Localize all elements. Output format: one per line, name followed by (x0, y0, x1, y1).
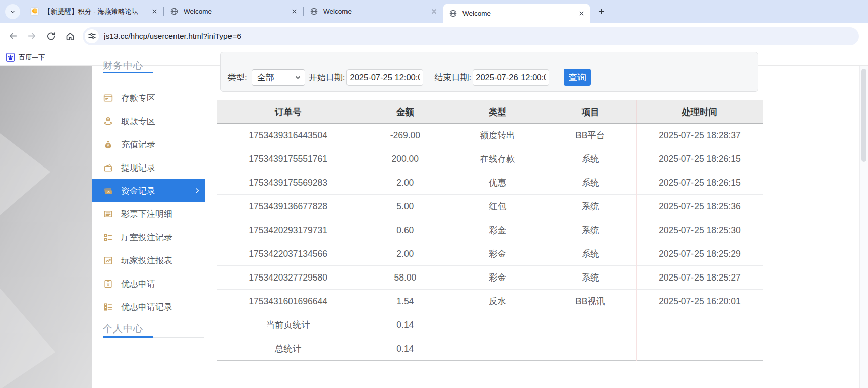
svg-text:¥: ¥ (108, 190, 109, 193)
table-cell: 系统 (544, 266, 636, 290)
sidebar-item-label: 取款专区 (121, 116, 155, 127)
table-cell: 2025-07-25 16:20:01 (636, 290, 763, 313)
sidebar-item-1[interactable]: 取款专区 (92, 109, 205, 133)
close-icon[interactable] (290, 7, 299, 16)
baidu-logo-icon (6, 53, 15, 62)
table-cell: 0.14 (359, 313, 451, 337)
sidebar-item-3[interactable]: 提现记录 (92, 156, 205, 179)
table-header-row: 订单号金额类型项目处理时间 (217, 100, 763, 124)
globe-icon (310, 7, 318, 16)
table-cell: 反水 (451, 290, 544, 313)
caret-down-icon (295, 74, 301, 81)
recharge-bag-icon: ¥ (103, 139, 113, 150)
svg-text:¥: ¥ (106, 282, 109, 287)
url-text: js13.cc/hhcp/usercenter.html?iniType=6 (104, 32, 241, 41)
globe-icon (170, 7, 179, 16)
table-row: 1753439175551761200.00在线存款系统2025-07-25 1… (217, 147, 763, 171)
table-cell: -269.00 (359, 124, 451, 147)
sidebar-item-0[interactable]: 存款专区 (92, 86, 205, 109)
table-cell: 彩金 (451, 266, 544, 290)
table-cell: 系统 (544, 242, 636, 266)
search-button[interactable]: 查询 (564, 69, 591, 86)
address-bar[interactable]: js13.cc/hhcp/usercenter.html?iniType=6 (83, 27, 859, 45)
table-cell: 1753420293179731 (217, 218, 359, 242)
sidebar-item-8[interactable]: ¥优惠申请 (92, 272, 205, 295)
records-table: 订单号金额类型项目处理时间 1753439316443504-269.00额度转… (217, 100, 763, 361)
sidebar-item-label: 充值记录 (121, 139, 155, 150)
tab-search-button[interactable] (5, 4, 20, 19)
table-cell: 彩金 (451, 242, 544, 266)
end-date-label: 结束日期: (434, 72, 471, 83)
table-row: 17534316016966441.54反水BB视讯2025-07-25 16:… (217, 290, 763, 313)
browser-tab[interactable]: Welcome (443, 4, 590, 23)
sidebar-item-9[interactable]: 优惠申请记录 (92, 295, 205, 318)
home-button[interactable] (61, 27, 80, 46)
sidebar-item-2[interactable]: ¥充值记录 (92, 133, 205, 156)
table-header-cell: 项目 (544, 100, 636, 124)
type-select[interactable]: 全部 (252, 69, 305, 86)
table-row: 17534391755692832.00优惠系统2025-07-25 18:26… (217, 171, 763, 195)
table-cell: 1753439175569283 (217, 171, 359, 195)
table-cell: BB视讯 (544, 290, 636, 313)
new-tab-button[interactable] (594, 5, 608, 19)
site-settings-icon[interactable] (85, 29, 99, 43)
table-cell: 200.00 (359, 147, 451, 171)
browser-tab[interactable]: Welcome (304, 0, 443, 23)
sidebar-item-label: 优惠申请记录 (121, 301, 172, 313)
section-title-finance: 财务中心 (103, 59, 143, 72)
table-cell: 5.00 (359, 195, 451, 218)
table-cell: 1753439316443504 (217, 124, 359, 147)
bookmark-label: 百度一下 (19, 53, 45, 62)
sidebar-item-5[interactable]: 彩票下注明细 (92, 202, 205, 226)
sidebar-item-label: 优惠申请 (121, 278, 155, 290)
table-cell: 在线存款 (451, 147, 544, 171)
filter-bar: 类型: 全部 开始日期: 结束日期: 查询 (220, 52, 758, 92)
table-cell: 0.14 (359, 337, 451, 361)
reload-button[interactable] (41, 27, 61, 46)
table-cell: 系统 (544, 171, 636, 195)
table-cell (636, 337, 763, 361)
section-title-personal: 个人中心 (103, 322, 143, 336)
tab-title: 【新提醒】积分 - 海燕策略论坛 (44, 7, 145, 16)
svg-text:¥: ¥ (107, 143, 109, 148)
table-cell: 额度转出 (451, 124, 544, 147)
sidebar-item-label: 资金记录 (121, 185, 155, 197)
browser-tab[interactable]: Welcome (164, 0, 303, 23)
bookmark-baidu[interactable]: 百度一下 (6, 53, 45, 62)
tab-title: Welcome (462, 10, 571, 17)
sidebar-item-label: 提现记录 (121, 162, 155, 174)
scrollbar-thumb[interactable] (861, 69, 866, 162)
table-cell (451, 337, 544, 361)
browser-toolbar: js13.cc/hhcp/usercenter.html?iniType=6 (0, 23, 868, 49)
start-date-input[interactable] (346, 69, 423, 86)
deposit-icon (103, 93, 113, 103)
table-cell: 1753422037134566 (217, 242, 359, 266)
section-divider (103, 337, 204, 338)
table-cell (544, 337, 636, 361)
background-triangle (0, 283, 55, 388)
page-scrollbar[interactable] (859, 66, 868, 388)
withdraw-hand-icon (103, 116, 113, 127)
table-cell: 58.00 (359, 266, 451, 290)
sidebar-item-4[interactable]: ¥资金记录 (92, 179, 205, 202)
close-icon[interactable] (150, 7, 159, 16)
table-cell: 当前页统计 (217, 313, 359, 337)
end-date-input[interactable] (473, 69, 549, 86)
forward-button[interactable] (22, 27, 41, 46)
main-content: 类型: 全部 开始日期: 结束日期: 查询 订单号金额类型项目处理时间 1753… (217, 66, 868, 388)
lottery-detail-icon (103, 209, 113, 219)
site-background (0, 66, 94, 388)
sidebar-item-6[interactable]: 厅室投注记录 (92, 226, 205, 249)
table-header-cell: 金额 (359, 100, 451, 124)
back-button[interactable] (3, 27, 22, 46)
close-icon[interactable] (576, 9, 586, 18)
table-row: 17534202931797310.60彩金系统2025-07-25 18:25… (217, 218, 763, 242)
table-cell: 2025-07-25 18:26:15 (636, 171, 763, 195)
sidebar-item-7[interactable]: 玩家投注报表 (92, 249, 205, 272)
table-cell: 1753431601696644 (217, 290, 359, 313)
table-cell: 1.54 (359, 290, 451, 313)
type-select-value: 全部 (257, 72, 274, 83)
table-cell (636, 313, 763, 337)
browser-tab[interactable]: 【新提醒】积分 - 海燕策略论坛 (24, 0, 163, 23)
close-icon[interactable] (429, 7, 439, 16)
